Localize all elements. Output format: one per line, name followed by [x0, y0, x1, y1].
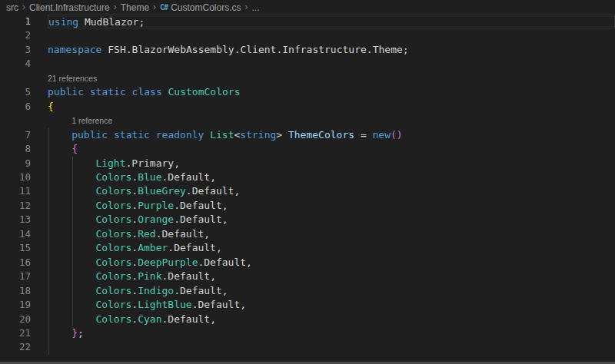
breadcrumb-item-src[interactable]: src	[6, 2, 18, 13]
codelens-row[interactable]: 1 reference	[0, 114, 615, 127]
line-number[interactable]: 18	[0, 284, 48, 298]
breadcrumb-item-client-infrastructure[interactable]: Client.Infrastructure	[29, 2, 110, 13]
line-number[interactable]: 19	[0, 298, 48, 312]
code-line[interactable]: 10Colors.Blue.Default,	[0, 170, 615, 184]
code-token: Orange	[138, 213, 174, 225]
code-line[interactable]: 14Colors.Red.Default,	[0, 227, 615, 241]
code-token: ,	[222, 200, 228, 211]
line-number[interactable]: 21	[0, 326, 48, 340]
code-line[interactable]: 21};	[0, 326, 615, 340]
breadcrumb-item-customcolors-cs[interactable]: C#CustomColors.cs	[160, 2, 241, 13]
code-token: BlueGrey	[138, 185, 186, 197]
line-number[interactable]: 22	[0, 340, 48, 354]
code-content[interactable]: Colors.Amber.Default,	[48, 241, 615, 255]
line-number[interactable]: 13	[0, 213, 48, 227]
code-line[interactable]: 20Colors.Cyan.Default,	[0, 313, 615, 326]
breadcrumb-label: Theme	[121, 2, 149, 13]
code-content[interactable]: public static class CustomColors	[48, 85, 615, 99]
line-number[interactable]: 8	[0, 142, 48, 156]
code-line[interactable]: 8{	[0, 142, 615, 156]
code-token: ,	[222, 285, 228, 296]
line-number[interactable]: 6	[0, 100, 48, 114]
line-number[interactable]: 12	[0, 199, 48, 213]
line-number[interactable]: 2	[0, 28, 48, 42]
code-content[interactable]	[48, 28, 615, 42]
code-line[interactable]: 19Colors.LightBlue.Default,	[0, 298, 615, 312]
code-line[interactable]: 13Colors.Orange.Default,	[0, 213, 615, 227]
line-number[interactable]: 16	[0, 256, 48, 270]
code-line[interactable]: 16Colors.DeepPurple.Default,	[0, 256, 615, 270]
editor-bottom-sash[interactable]	[0, 355, 615, 364]
code-line[interactable]: 9Light.Primary,	[0, 157, 615, 170]
code-token: .	[174, 200, 180, 211]
code-content[interactable]: {	[48, 142, 615, 156]
line-number[interactable]: 11	[0, 184, 48, 198]
line-number[interactable]: 3	[0, 43, 48, 57]
code-content[interactable]	[48, 57, 615, 71]
code-token: Default	[180, 213, 222, 225]
code-line[interactable]: 18Colors.Indigo.Default,	[0, 284, 615, 298]
code-content[interactable]: Colors.Orange.Default,	[48, 213, 615, 227]
code-content[interactable]: Colors.Red.Default,	[48, 227, 615, 241]
code-token: ()	[391, 129, 403, 141]
code-line[interactable]: 3namespace FSH.BlazorWebAssembly.Client.…	[0, 43, 615, 57]
code-content[interactable]	[48, 340, 615, 354]
line-number[interactable]: 15	[0, 241, 48, 255]
code-token: using	[48, 16, 78, 28]
code-editor[interactable]: 1using MudBlazor;23namespace FSH.BlazorW…	[0, 15, 615, 355]
line-number[interactable]: 10	[0, 170, 48, 184]
code-token: Colors	[95, 256, 131, 268]
code-line[interactable]: 6{	[0, 100, 615, 114]
code-line[interactable]: 4	[0, 57, 615, 71]
code-line[interactable]: 12Colors.Purple.Default,	[0, 199, 615, 213]
breadcrumb-separator-icon: ›	[114, 2, 117, 12]
line-number[interactable]: 20	[0, 313, 48, 326]
breadcrumb-item-theme[interactable]: Theme	[121, 2, 149, 13]
line-number[interactable]: 9	[0, 157, 48, 170]
code-content[interactable]: Colors.LightBlue.Default,	[48, 298, 615, 312]
code-content[interactable]: Colors.Pink.Default,	[48, 270, 615, 283]
code-token: .	[131, 270, 138, 282]
line-number[interactable]: 5	[0, 85, 48, 99]
code-line[interactable]: 7public static readonly List<string> The…	[0, 128, 615, 142]
code-line[interactable]: 11Colors.BlueGrey.Default,	[0, 184, 615, 198]
code-line[interactable]: 22	[0, 340, 615, 354]
line-number[interactable]: 17	[0, 270, 48, 283]
line-number[interactable]: 1	[0, 15, 48, 28]
breadcrumb-item--[interactable]: ...	[251, 2, 259, 13]
code-content[interactable]: };	[48, 326, 615, 340]
code-content[interactable]: Light.Primary,	[48, 157, 615, 170]
codelens-references-link[interactable]: 21 references	[48, 74, 97, 83]
code-content[interactable]: public static readonly List<string> Them…	[48, 128, 615, 142]
code-line[interactable]: 2	[0, 28, 615, 42]
code-token: Colors	[95, 228, 131, 240]
indent-guide	[48, 298, 49, 312]
indent-guide	[48, 241, 49, 255]
code-content[interactable]: Colors.Blue.Default,	[48, 170, 615, 184]
codelens-row[interactable]: 21 references	[0, 71, 615, 85]
line-number[interactable]: 4	[0, 57, 48, 71]
code-content[interactable]: namespace FSH.BlazorWebAssembly.Client.I…	[48, 43, 615, 57]
code-content[interactable]: Colors.BlueGrey.Default,	[48, 184, 615, 198]
code-content[interactable]: Colors.Purple.Default,	[48, 199, 615, 213]
code-content[interactable]: Colors.Cyan.Default,	[48, 313, 615, 326]
indent-guide	[48, 340, 49, 354]
code-content[interactable]: Colors.DeepPurple.Default,	[48, 256, 615, 270]
code-line[interactable]: 15Colors.Amber.Default,	[0, 241, 615, 255]
code-content[interactable]: {	[48, 100, 615, 114]
breadcrumb-separator-icon: ›	[22, 2, 25, 12]
code-line[interactable]: 17Colors.Pink.Default,	[0, 270, 615, 283]
code-line[interactable]: 5public static class CustomColors	[0, 85, 615, 99]
code-line[interactable]: 1using MudBlazor;	[0, 15, 615, 28]
code-content[interactable]: using MudBlazor;	[48, 15, 615, 28]
code-token: .	[131, 256, 138, 268]
indent-guide	[48, 284, 49, 298]
line-number[interactable]: 14	[0, 227, 48, 241]
codelens-content[interactable]: 21 references	[48, 71, 615, 85]
line-number[interactable]: 7	[0, 128, 48, 142]
code-token: List	[210, 129, 234, 141]
codelens-content[interactable]: 1 reference	[48, 114, 615, 127]
code-token: ,	[246, 256, 252, 268]
code-content[interactable]: Colors.Indigo.Default,	[48, 284, 615, 298]
codelens-references-link[interactable]: 1 reference	[71, 116, 112, 125]
